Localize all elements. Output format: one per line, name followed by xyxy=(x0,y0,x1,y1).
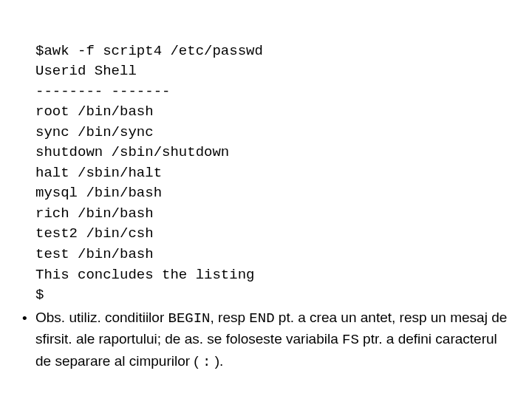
code-line: rich /bin/bash xyxy=(35,205,154,222)
keyword-colon: : xyxy=(202,354,211,370)
slide-content: $awk -f script4 /etc/passwd Userid Shell… xyxy=(0,0,532,395)
code-line: Userid Shell xyxy=(35,63,137,79)
text-segment: , resp xyxy=(211,310,250,325)
bullet-marker: • xyxy=(22,307,35,329)
keyword-begin: BEGIN xyxy=(168,310,211,327)
code-line: This concludes the listing xyxy=(35,267,254,283)
bullet-item: • Obs. utiliz. conditiilor BEGIN, resp E… xyxy=(22,307,510,373)
code-line: $ xyxy=(35,287,44,303)
code-line: halt /sbin/halt xyxy=(35,165,162,181)
code-line: mysql /bin/bash xyxy=(35,185,162,201)
keyword-end: END xyxy=(249,310,274,327)
code-line: sync /bin/sync xyxy=(35,124,154,140)
bullet-text: Obs. utiliz. conditiilor BEGIN, resp END… xyxy=(35,307,510,373)
code-line: test2 /bin/csh xyxy=(35,225,154,242)
text-segment: Obs. utiliz. conditiilor xyxy=(35,310,168,325)
code-line: -------- ------- xyxy=(35,83,170,100)
keyword-fs: FS xyxy=(342,332,359,348)
code-line: $awk -f script4 /etc/passwd xyxy=(35,43,263,59)
text-segment: ). xyxy=(211,353,223,369)
terminal-output: $awk -f script4 /etc/passwd Userid Shell… xyxy=(35,21,510,306)
code-line: shutdown /sbin/shutdown xyxy=(35,144,229,160)
code-line: root /bin/bash xyxy=(35,103,154,120)
code-line: test /bin/bash xyxy=(35,246,154,262)
